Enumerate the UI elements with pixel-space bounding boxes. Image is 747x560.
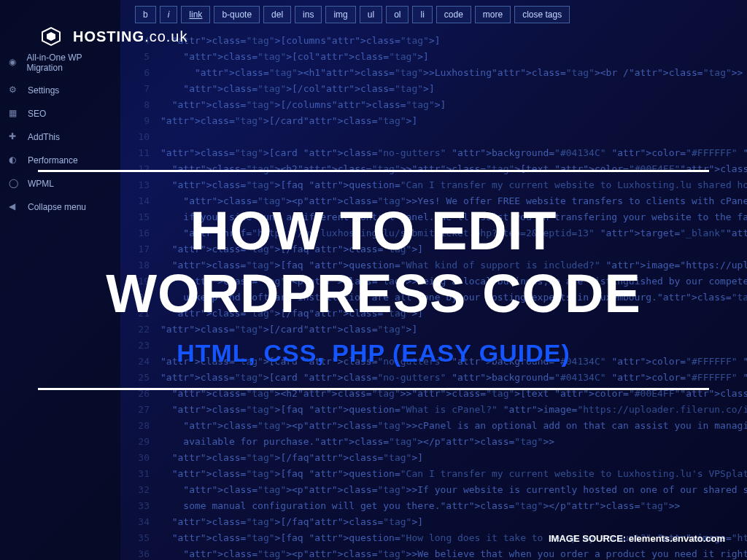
hero-title: HOW TO EDIT WORDPRESS CODE: [36, 200, 711, 324]
logo-text: HOSTING.co.uk: [73, 28, 187, 45]
divider-top: [38, 170, 709, 172]
logo-icon: [36, 22, 66, 51]
divider-bottom: [38, 388, 709, 390]
hero-subtitle: HTML, CSS, PHP (EASY GUIDE): [177, 339, 570, 368]
hero-overlay: HOW TO EDIT WORDPRESS CODE HTML, CSS, PH…: [0, 0, 747, 560]
brand-logo: HOSTING.co.uk: [36, 22, 187, 51]
image-credit: IMAGE SOURCE: elements.envato.com: [549, 533, 725, 544]
